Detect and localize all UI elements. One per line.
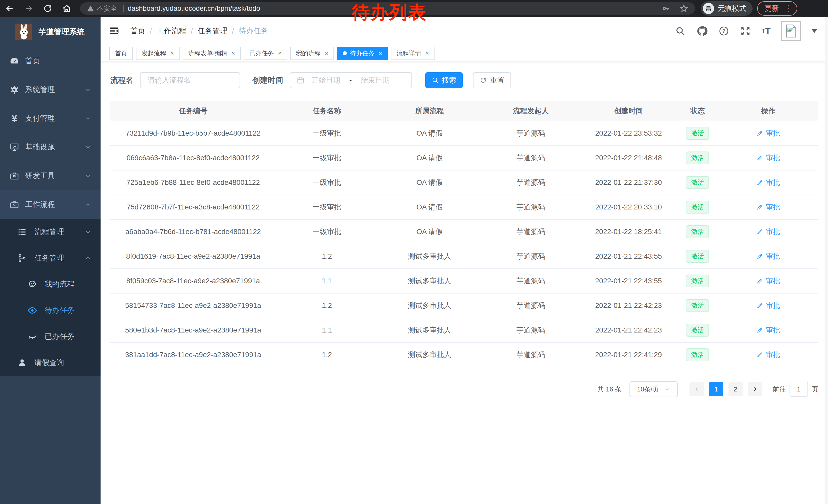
sidebar-item-process-mgmt[interactable]: 流程管理 (0, 219, 100, 245)
approve-link[interactable]: 审批 (756, 153, 780, 163)
tab-start-process[interactable]: 发起流程× (136, 47, 179, 60)
browser-forward-icon[interactable] (24, 3, 34, 13)
incognito-badge: 无痕模式 (701, 1, 753, 16)
approve-link[interactable]: 审批 (756, 129, 780, 138)
fullscreen-icon[interactable] (740, 26, 751, 36)
edit-pen-icon (756, 327, 763, 333)
page-button-2[interactable]: 2 (729, 382, 743, 396)
tags-view: 首页 发起流程× 流程表单-编辑× 已办任务× 我的流程× 待办任务× 流程详情… (100, 45, 828, 62)
process-name-input[interactable] (140, 72, 240, 88)
briefcase-icon (9, 200, 20, 210)
approve-link[interactable]: 审批 (756, 251, 780, 261)
goto-page-input[interactable] (790, 382, 808, 397)
svg-text:?: ? (722, 28, 726, 34)
font-size-icon[interactable]: TT (761, 26, 771, 36)
page-size-select[interactable]: 10条/页 (629, 381, 678, 397)
table-row: 75d72608-7b7f-11ec-a3c8-acde48001122 一级审… (110, 195, 818, 220)
sidebar-item-devtools[interactable]: 研发工具 (0, 162, 100, 190)
goto-label: 前往 (773, 385, 786, 394)
tab-home[interactable]: 首页 (109, 47, 133, 60)
breadcrumb-workflow[interactable]: 工作流程 (157, 26, 186, 36)
sidebar-item-task-mgmt[interactable]: 任务管理 (0, 245, 100, 271)
avatar[interactable] (781, 21, 801, 41)
tab-done-tasks[interactable]: 已办任务× (244, 47, 287, 60)
prev-page-button[interactable] (690, 382, 704, 396)
col-created: 创建时间 (580, 101, 677, 121)
browser-update-button[interactable]: 更新 ⋮ (757, 1, 797, 16)
tab-my-process[interactable]: 我的流程× (290, 47, 334, 60)
task-name: 1.1 (276, 269, 378, 293)
approve-link[interactable]: 审批 (756, 178, 780, 187)
search-icon[interactable] (675, 26, 686, 36)
reset-button[interactable]: 重置 (473, 72, 511, 88)
calendar-icon (296, 76, 305, 84)
url-text[interactable]: dashboard.yudao.iocoder.cn/bpm/task/todo (128, 5, 260, 12)
close-icon[interactable]: × (170, 50, 174, 57)
browser-reload-icon[interactable] (43, 3, 53, 13)
close-icon[interactable]: × (232, 50, 235, 57)
close-icon[interactable]: × (278, 50, 282, 57)
edit-pen-icon (756, 253, 763, 260)
approve-link[interactable]: 审批 (756, 227, 780, 237)
sidebar-item-leave-query[interactable]: 请假查询 (0, 350, 100, 376)
sidebar-item-my-process[interactable]: 我的流程 (0, 271, 100, 297)
sidebar-item-workflow[interactable]: 工作流程 (0, 190, 100, 219)
gear-icon (9, 85, 20, 95)
password-key-icon[interactable] (662, 4, 670, 13)
table-row: 8f059c03-7ac8-11ec-a9e2-a2380e71991a 1.1… (110, 269, 818, 293)
task-id: 8f0d1619-7ac8-11ec-a9e2-a2380e71991a (110, 244, 276, 269)
avatar-caret-icon[interactable] (812, 29, 817, 33)
approve-link[interactable]: 审批 (756, 350, 780, 360)
github-icon[interactable] (696, 26, 708, 37)
approve-link[interactable]: 审批 (756, 276, 780, 286)
next-page-button[interactable] (748, 382, 762, 396)
sidebar-item-payment[interactable]: ¥ 支付管理 (0, 104, 100, 133)
page-scrollbar[interactable] (825, 17, 828, 504)
app-logo-row[interactable]: 芋道管理系统 (0, 17, 100, 47)
security-label[interactable]: 不安全 (97, 4, 117, 13)
search-button[interactable]: 搜索 (425, 72, 463, 88)
broken-image-icon (785, 25, 797, 38)
table-row: 069c6a63-7b8a-11ec-8ef0-acde48001122 一级审… (110, 146, 818, 170)
tab-form-edit[interactable]: 流程表单-编辑× (182, 47, 241, 60)
hamburger-icon[interactable] (109, 26, 120, 36)
sidebar-item-infra[interactable]: 基础设施 (0, 133, 100, 162)
table-row: 580e1b3d-7ac8-11ec-a9e2-a2380e71991a 1.1… (110, 318, 818, 342)
active-dot (343, 51, 347, 55)
approve-link[interactable]: 审批 (756, 325, 780, 335)
date-range-picker[interactable]: 开始日期 - 结束日期 (290, 72, 412, 88)
approve-link[interactable]: 审批 (756, 202, 780, 212)
incognito-label: 无痕模式 (718, 4, 746, 13)
bookmark-star-icon[interactable] (679, 4, 689, 13)
task-starter: 芋道源码 (481, 269, 580, 293)
tab-process-detail[interactable]: 流程详情× (391, 47, 434, 60)
end-date-placeholder[interactable]: 结束日期 (361, 75, 389, 85)
task-id: 725a1eb6-7b88-11ec-8ef0-acde48001122 (110, 170, 276, 195)
update-label[interactable]: 更新 (764, 3, 779, 13)
start-date-placeholder[interactable]: 开始日期 (312, 75, 340, 85)
task-starter: 芋道源码 (481, 195, 580, 220)
sidebar-item-home[interactable]: 首页 (0, 47, 100, 75)
chevron-down-icon (85, 229, 91, 235)
sidebar-item-todo-tasks[interactable]: 待办任务 (0, 297, 100, 324)
status-badge: 激活 (686, 201, 709, 214)
help-icon[interactable]: ? (718, 26, 729, 36)
browser-back-icon[interactable] (5, 3, 15, 13)
tab-todo-tasks[interactable]: 待办任务× (337, 47, 388, 60)
breadcrumb-home[interactable]: 首页 (130, 26, 145, 36)
browser-menu-icon[interactable]: ⋮ (784, 5, 792, 12)
sidebar-item-done-tasks[interactable]: 已办任务 (0, 324, 100, 350)
col-task-name: 任务名称 (276, 101, 378, 121)
browser-home-icon[interactable] (61, 3, 72, 13)
close-icon[interactable]: × (379, 50, 382, 57)
app-title: 芋道管理系统 (38, 27, 85, 37)
breadcrumb-task-mgmt[interactable]: 任务管理 (198, 26, 227, 36)
task-process: 测试多审批人 (378, 293, 481, 318)
task-created: 2022-01-22 20:33:10 (580, 195, 677, 220)
sidebar-item-system[interactable]: 系统管理 (0, 75, 100, 104)
close-icon[interactable]: × (425, 50, 429, 57)
page-button-1[interactable]: 1 (709, 382, 723, 396)
task-id: 069c6a63-7b8a-11ec-8ef0-acde48001122 (110, 146, 276, 170)
approve-link[interactable]: 审批 (756, 301, 780, 311)
close-icon[interactable]: × (325, 50, 328, 57)
